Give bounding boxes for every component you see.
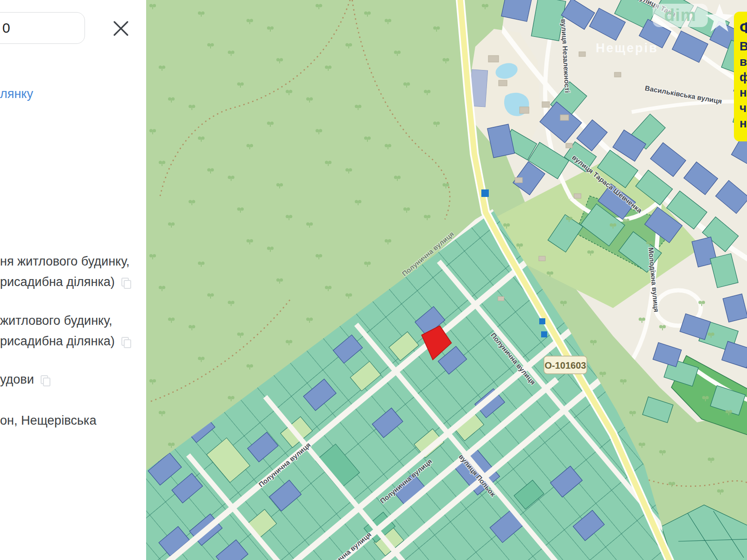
- watermark-text: dim: [664, 6, 697, 25]
- notice-box: Ф В в ф н ч н: [734, 12, 747, 141]
- close-button[interactable]: [110, 18, 132, 39]
- sidebar-panel: лянку ня житлового будинку, рисадибна ді…: [0, 0, 146, 560]
- copy-icon[interactable]: [41, 375, 49, 385]
- copy-icon[interactable]: [121, 278, 129, 287]
- place-label: Нещерів: [596, 41, 658, 55]
- app-window: { "sidebar": { "search": { "value": "0" …: [0, 0, 747, 560]
- watermark-badge: dim: [653, 4, 708, 27]
- location-text: он, Нещерівська: [0, 413, 96, 428]
- land-category-text: удови: [0, 372, 49, 387]
- close-icon: [110, 18, 132, 39]
- land-use-text: ня житлового будинку,: [0, 254, 130, 269]
- land-use-text: рисадибна ділянка): [0, 334, 129, 349]
- cadastral-search-input[interactable]: [0, 12, 85, 44]
- show-parcel-link[interactable]: лянку: [0, 87, 33, 101]
- copy-icon[interactable]: [121, 337, 129, 347]
- land-use-text: житлового будинку,: [0, 314, 112, 328]
- svg-text:О-101603: О-101603: [545, 360, 586, 371]
- land-use-text: рисадибна ділянка): [0, 275, 129, 289]
- road-badge: О-101603: [544, 356, 587, 374]
- notice-heading: Ф: [740, 18, 747, 37]
- map-canvas[interactable]: О-101603 Полунична вулиця Полунична вули…: [146, 0, 747, 560]
